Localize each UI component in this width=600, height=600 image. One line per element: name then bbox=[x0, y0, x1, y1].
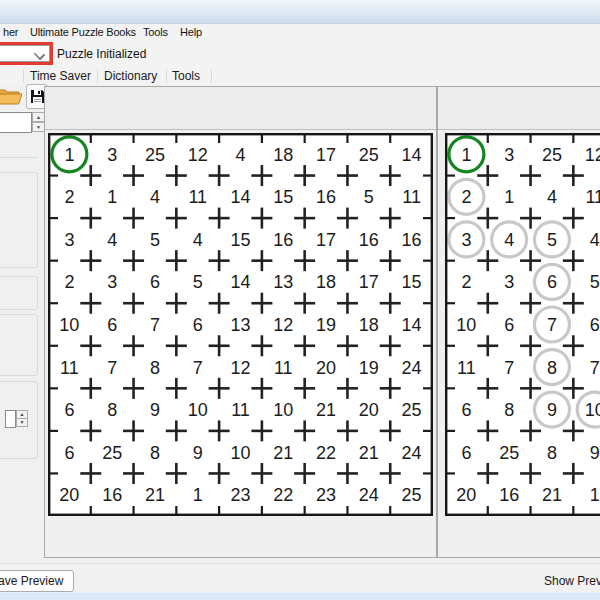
spinner-down-icon[interactable]: ▼ bbox=[16, 418, 28, 427]
grid-cell[interactable]: 18 bbox=[273, 145, 293, 165]
grid-cell[interactable]: 6 bbox=[193, 315, 203, 335]
grid-cell[interactable]: 13 bbox=[273, 272, 293, 292]
grid-cell[interactable]: 16 bbox=[402, 230, 422, 250]
grid-cell[interactable]: 16 bbox=[273, 230, 293, 250]
show-preview-button[interactable]: Show Prev bbox=[544, 574, 600, 588]
grid-cell[interactable]: 7 bbox=[193, 358, 203, 378]
grid-cell[interactable]: 7 bbox=[590, 358, 600, 378]
grid-cell[interactable]: 3 bbox=[504, 272, 514, 292]
grid-cell[interactable]: 8 bbox=[547, 358, 557, 378]
grid-cell[interactable]: 5 bbox=[547, 230, 557, 250]
grid-cell[interactable]: 11 bbox=[402, 187, 421, 207]
grid-cell[interactable]: 10 bbox=[273, 400, 293, 420]
grid-cell[interactable]: 19 bbox=[359, 358, 379, 378]
grid-cell[interactable]: 25 bbox=[145, 145, 165, 165]
grid-cell[interactable]: 10 bbox=[456, 315, 476, 335]
grid-cell[interactable]: 4 bbox=[235, 145, 245, 165]
grid-cell[interactable]: 7 bbox=[150, 315, 160, 335]
grid-cell[interactable]: 24 bbox=[402, 443, 422, 463]
grid-cell[interactable]: 8 bbox=[107, 400, 117, 420]
grid-cell[interactable]: 5 bbox=[150, 230, 160, 250]
grid-cell[interactable]: 8 bbox=[504, 400, 514, 420]
grid-cell[interactable]: 6 bbox=[461, 400, 471, 420]
spinner-input[interactable] bbox=[5, 410, 16, 428]
grid-cell[interactable]: 20 bbox=[316, 358, 336, 378]
grid-cell[interactable]: 1 bbox=[64, 145, 74, 165]
grid-cell[interactable]: 2 bbox=[461, 272, 471, 292]
grid-cell[interactable]: 6 bbox=[64, 400, 74, 420]
grid-cell[interactable]: 2 bbox=[64, 272, 74, 292]
grid-cell[interactable]: 20 bbox=[59, 485, 79, 505]
tab-time-saver[interactable]: Time Saver bbox=[30, 69, 91, 83]
grid-cell[interactable]: 1 bbox=[504, 187, 514, 207]
grid-cell[interactable]: 14 bbox=[402, 145, 422, 165]
grid-cell[interactable]: 2 bbox=[64, 187, 74, 207]
grid-cell[interactable]: 11 bbox=[274, 358, 293, 378]
grid-cell[interactable]: 12 bbox=[230, 358, 250, 378]
grid-cell[interactable]: 11 bbox=[457, 358, 476, 378]
grid-cell[interactable]: 7 bbox=[107, 358, 117, 378]
grid-cell[interactable]: 17 bbox=[359, 272, 379, 292]
tab-dictionary[interactable]: Dictionary bbox=[104, 69, 157, 83]
grid-cell[interactable]: 12 bbox=[585, 145, 600, 165]
grid-cell[interactable]: 22 bbox=[273, 485, 293, 505]
grid-cell[interactable]: 1 bbox=[590, 485, 600, 505]
grid-cell[interactable]: 1 bbox=[193, 485, 203, 505]
grid-cell[interactable]: 6 bbox=[64, 443, 74, 463]
grid-cell[interactable]: 16 bbox=[316, 187, 336, 207]
grid-cell[interactable]: 3 bbox=[107, 145, 117, 165]
grid-cell[interactable]: 7 bbox=[547, 315, 557, 335]
grid-cell[interactable]: 12 bbox=[188, 145, 208, 165]
grid-cell[interactable]: 24 bbox=[402, 358, 422, 378]
grid-cell[interactable]: 22 bbox=[316, 443, 336, 463]
menu-item-help[interactable]: Help bbox=[180, 26, 202, 38]
puzzle-grid-right[interactable]: 1325124181725142141114151651134541516171… bbox=[445, 133, 600, 516]
puzzle-combobox[interactable] bbox=[0, 45, 50, 62]
grid-cell[interactable]: 3 bbox=[64, 230, 74, 250]
grid-cell[interactable]: 10 bbox=[230, 443, 250, 463]
grid-cell[interactable]: 12 bbox=[273, 315, 293, 335]
grid-cell[interactable]: 1 bbox=[461, 145, 471, 165]
grid-cell[interactable]: 9 bbox=[547, 400, 557, 420]
grid-cell[interactable]: 6 bbox=[461, 443, 471, 463]
grid-cell[interactable]: 21 bbox=[542, 485, 562, 505]
grid-cell[interactable]: 1 bbox=[107, 187, 117, 207]
grid-cell[interactable]: 9 bbox=[150, 400, 160, 420]
grid-cell[interactable]: 9 bbox=[193, 443, 203, 463]
grid-cell[interactable]: 6 bbox=[590, 315, 600, 335]
grid-cell[interactable]: 16 bbox=[359, 230, 379, 250]
grid-cell[interactable]: 10 bbox=[188, 400, 208, 420]
grid-cell[interactable]: 18 bbox=[316, 272, 336, 292]
grid-cell[interactable]: 17 bbox=[316, 145, 336, 165]
grid-cell[interactable]: 5 bbox=[193, 272, 203, 292]
grid-cell[interactable]: 5 bbox=[364, 187, 374, 207]
grid-cell[interactable]: 11 bbox=[585, 187, 600, 207]
save-preview-button[interactable]: ave Preview bbox=[0, 570, 74, 592]
grid-cell[interactable]: 10 bbox=[585, 400, 600, 420]
menu-item-tools[interactable]: Tools bbox=[143, 26, 168, 38]
grid-cell[interactable]: 6 bbox=[504, 315, 514, 335]
grid-cell[interactable]: 21 bbox=[145, 485, 165, 505]
grid-cell[interactable]: 17 bbox=[316, 230, 336, 250]
grid-cell[interactable]: 23 bbox=[316, 485, 336, 505]
grid-cell[interactable]: 3 bbox=[107, 272, 117, 292]
grid-cell[interactable]: 24 bbox=[359, 485, 379, 505]
open-button[interactable] bbox=[0, 84, 23, 107]
grid-cell[interactable]: 21 bbox=[316, 400, 336, 420]
grid-cell[interactable]: 16 bbox=[499, 485, 519, 505]
grid-cell[interactable]: 4 bbox=[590, 230, 600, 250]
grid-cell[interactable]: 25 bbox=[402, 400, 422, 420]
grid-cell[interactable]: 2 bbox=[461, 187, 471, 207]
grid-cell[interactable]: 14 bbox=[402, 315, 422, 335]
grid-cell[interactable]: 6 bbox=[547, 272, 557, 292]
grid-cell[interactable]: 21 bbox=[273, 443, 293, 463]
menu-item-ultimate-puzzle-books[interactable]: Ultimate Puzzle Books bbox=[30, 26, 136, 38]
grid-cell[interactable]: 19 bbox=[316, 315, 336, 335]
grid-cell[interactable]: 4 bbox=[107, 230, 117, 250]
grid-cell[interactable]: 25 bbox=[102, 443, 122, 463]
grid-cell[interactable]: 4 bbox=[193, 230, 203, 250]
grid-cell[interactable]: 16 bbox=[102, 485, 122, 505]
grid-cell[interactable]: 20 bbox=[359, 400, 379, 420]
grid-cell[interactable]: 11 bbox=[231, 400, 250, 420]
grid-cell[interactable]: 8 bbox=[547, 443, 557, 463]
